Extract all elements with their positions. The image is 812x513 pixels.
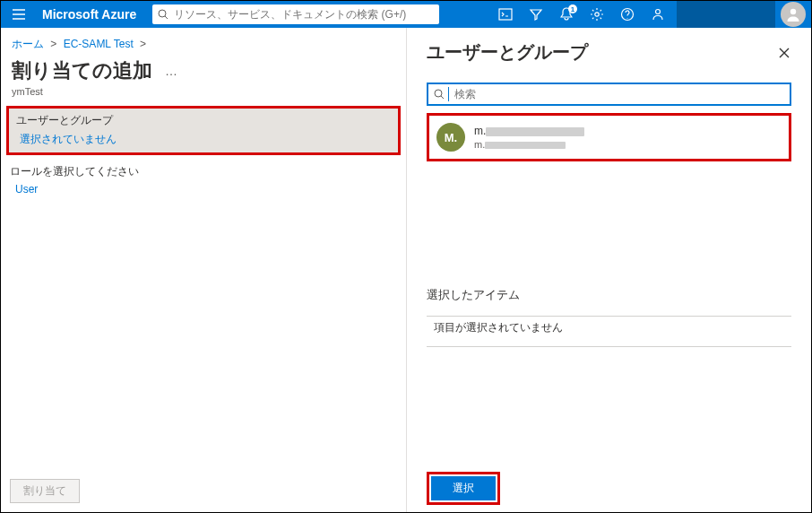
result-email: m. — [474, 139, 485, 150]
chevron-right-icon: > — [136, 38, 150, 50]
select-button[interactable]: 選択 — [431, 476, 496, 500]
selected-items-empty: 項目が選択されていません — [427, 317, 791, 344]
settings-icon[interactable] — [582, 1, 612, 28]
top-bar: Microsoft Azure 1 — [1, 1, 811, 28]
result-name: m. — [474, 125, 486, 137]
more-icon[interactable]: … — [152, 64, 177, 78]
panel-search-input[interactable] — [454, 88, 784, 100]
feedback-icon[interactable] — [643, 1, 673, 28]
right-panel: ユーザーとグループ M. m. m. 選択したアイテム — [407, 28, 811, 512]
svg-point-2 — [595, 13, 599, 16]
selected-items-header: 選択したアイテム — [427, 287, 791, 314]
users-groups-section[interactable]: ユーザーとグループ 選択されていません — [6, 106, 401, 155]
redacted-text — [486, 127, 584, 136]
panel-search[interactable] — [427, 83, 791, 106]
topbar-actions: 1 — [490, 1, 811, 28]
account-block[interactable] — [677, 1, 775, 28]
global-search[interactable] — [152, 4, 439, 24]
left-pane: ホーム > EC-SAML Test > 割り当ての追加 … ymTest ユー… — [1, 28, 407, 512]
result-avatar: M. — [436, 123, 465, 152]
select-button-highlight: 選択 — [427, 472, 500, 505]
breadcrumb: ホーム > EC-SAML Test > — [1, 28, 406, 56]
notifications-icon[interactable]: 1 — [551, 1, 582, 28]
caret-divider — [448, 87, 449, 101]
page-subtitle: ymTest — [1, 84, 406, 106]
user-avatar-icon[interactable] — [781, 2, 806, 27]
panel-title: ユーザーとグループ — [427, 40, 773, 65]
directory-filter-icon[interactable] — [521, 1, 551, 28]
svg-point-5 — [790, 9, 796, 14]
search-icon — [152, 9, 174, 20]
divider — [427, 346, 791, 347]
redacted-text — [485, 142, 566, 149]
assign-button[interactable]: 割り当て — [10, 479, 80, 503]
global-search-input[interactable] — [174, 5, 439, 23]
role-section: ロールを選択してください User — [1, 155, 406, 196]
cloud-shell-icon[interactable] — [490, 1, 521, 28]
breadcrumb-app[interactable]: EC-SAML Test — [64, 38, 134, 50]
users-groups-value[interactable]: 選択されていません — [9, 130, 398, 152]
svg-point-4 — [656, 10, 661, 14]
close-icon[interactable] — [773, 42, 795, 64]
svg-point-6 — [435, 90, 442, 97]
menu-icon[interactable] — [1, 1, 37, 28]
breadcrumb-home[interactable]: ホーム — [12, 38, 44, 50]
users-groups-header: ユーザーとグループ — [9, 109, 398, 130]
chevron-right-icon: > — [47, 38, 60, 50]
result-text: m. m. — [474, 125, 584, 150]
page-title: 割り当ての追加 — [12, 57, 152, 84]
role-header: ロールを選択してください — [10, 164, 397, 183]
notification-badge: 1 — [568, 4, 577, 13]
svg-point-0 — [159, 10, 166, 17]
search-icon — [434, 89, 448, 100]
search-result-item[interactable]: M. m. m. — [427, 113, 791, 161]
svg-rect-1 — [499, 9, 512, 20]
role-value[interactable]: User — [10, 183, 397, 196]
brand-label[interactable]: Microsoft Azure — [37, 7, 149, 22]
help-icon[interactable] — [612, 1, 643, 28]
